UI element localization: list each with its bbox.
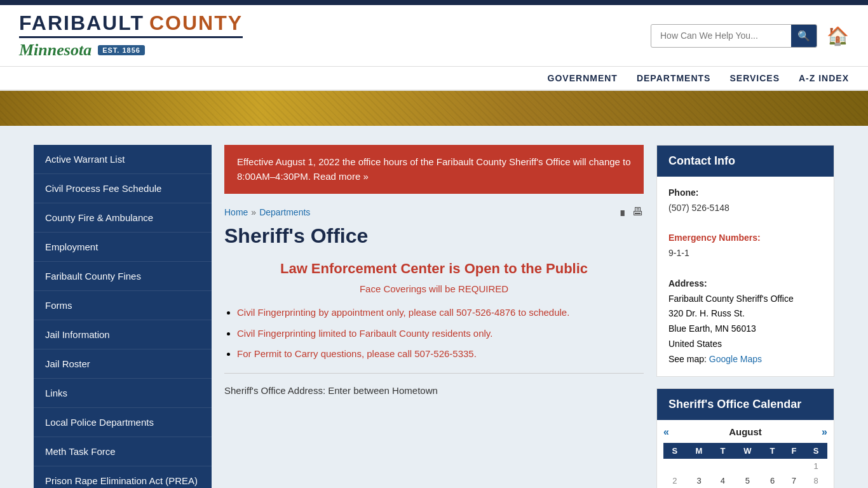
alert-banner: Effective August 1, 2022 the office hour…: [224, 145, 644, 194]
cal-cell[interactable]: 6: [762, 473, 783, 488]
bullet-link-3[interactable]: For Permit to Carry questions, please ca…: [237, 348, 477, 359]
bullet-list: Civil Fingerprinting by appointment only…: [224, 306, 644, 362]
calendar-month-nav: « August »: [663, 426, 827, 438]
address-note: Sheriff's Office Address: Enter between …: [224, 385, 644, 396]
calendar-prev[interactable]: «: [663, 426, 669, 438]
cal-cell[interactable]: 7: [783, 473, 804, 488]
calendar-month: August: [729, 426, 762, 437]
sidebar: Active Warrant List Civil Process Fee Sc…: [34, 145, 212, 488]
sidebar-item-links[interactable]: Links: [34, 379, 212, 408]
sidebar-item-forms[interactable]: Forms: [34, 291, 212, 320]
header: Faribault County Minnesota EST. 1856 🔍 🏠: [0, 5, 868, 67]
list-item: Civil Fingerprinting limited to Faribaul…: [237, 327, 644, 341]
address-label: Address:: [668, 278, 707, 288]
contact-address-label: Address:: [668, 276, 822, 292]
google-maps-link[interactable]: Google Maps: [709, 354, 762, 364]
section-title: Law Enforcement Center is Open to the Pu…: [224, 261, 644, 277]
phone-label: Phone:: [668, 187, 698, 198]
breadcrumb-home[interactable]: Home: [224, 207, 248, 217]
contact-card-body: Phone: (507) 526-5148 Emergency Numbers:…: [657, 177, 834, 376]
sidebar-item-meth-task[interactable]: Meth Task Force: [34, 437, 212, 466]
page-title: Sheriff's Office: [224, 224, 644, 248]
cal-day-m: M: [686, 443, 712, 459]
cal-cell[interactable]: 4: [712, 473, 733, 488]
cal-cell: [762, 459, 783, 473]
home-icon[interactable]: 🏠: [827, 25, 849, 46]
nav-services[interactable]: SERVICES: [729, 73, 780, 83]
contact-address-line2: 320 Dr. H. Russ St.: [668, 306, 822, 322]
logo-faribault: Faribault: [19, 11, 144, 35]
logo-est: EST. 1856: [98, 45, 145, 55]
search-box: 🔍: [651, 24, 817, 48]
right-panel: Contact Info Phone: (507) 526-5148 Emerg…: [656, 145, 834, 488]
list-item: For Permit to Carry questions, please ca…: [237, 347, 644, 362]
cal-cell: [733, 459, 761, 473]
calendar-body: « August » S M T W T F S: [657, 420, 834, 488]
calendar-table: S M T W T F S: [663, 443, 827, 488]
sidebar-item-county-fire[interactable]: County Fire & Ambulance: [34, 203, 212, 233]
sidebar-item-employment[interactable]: Employment: [34, 233, 212, 262]
list-item: Civil Fingerprinting by appointment only…: [237, 306, 644, 320]
search-icon: 🔍: [797, 30, 810, 42]
nav-bar: GOVERNMENT DEPARTMENTS SERVICES A-Z INDE…: [0, 67, 868, 91]
bullet-link-2[interactable]: Civil Fingerprinting limited to Faribaul…: [237, 328, 492, 339]
contact-phone: (507) 526-5148: [668, 201, 822, 216]
search-button[interactable]: 🔍: [791, 25, 817, 47]
sidebar-item-active-warrant[interactable]: Active Warrant List: [34, 145, 212, 174]
header-right: 🔍 🏠: [651, 24, 849, 48]
top-bar: [0, 0, 868, 5]
calendar-card: Sheriff's Office Calendar « August » S M…: [656, 388, 834, 488]
cal-cell: [712, 459, 733, 473]
breadcrumb-links: Home » Departments: [224, 207, 310, 217]
map-prefix: See map:: [668, 354, 707, 364]
cal-cell: [663, 459, 686, 473]
breadcrumb-current[interactable]: Departments: [259, 207, 310, 217]
nav-az-index[interactable]: A-Z INDEX: [799, 73, 849, 83]
cal-week-2: 2 3 4 5 6 7 8: [663, 473, 827, 488]
content-divider: [224, 373, 644, 374]
search-input[interactable]: [651, 25, 791, 46]
logo-top: Faribault County: [19, 11, 243, 35]
calendar-header: Sheriff's Office Calendar: [657, 389, 834, 420]
cal-week-1: 1: [663, 459, 827, 473]
cal-cell[interactable]: 2: [663, 473, 686, 488]
contact-address-line3: Blue Earth, MN 56013: [668, 322, 822, 337]
print-icon[interactable]: 🖶: [632, 205, 644, 219]
sidebar-item-prea[interactable]: Prison Rape Elimination Act (PREA) Infor…: [34, 466, 212, 488]
calendar-next[interactable]: »: [822, 426, 827, 438]
cal-day-t1: T: [712, 443, 733, 459]
breadcrumb: Home » Departments ∎ 🖶: [224, 205, 644, 219]
cal-cell[interactable]: 5: [733, 473, 761, 488]
logo-area: Faribault County Minnesota EST. 1856: [19, 11, 243, 60]
logo-county: County: [149, 11, 243, 35]
sidebar-item-jail-info[interactable]: Jail Information: [34, 320, 212, 349]
share-icon[interactable]: ∎: [619, 205, 626, 219]
emergency-label: Emergency Numbers:: [668, 233, 761, 243]
contact-address-line1: Faribault County Sheriff's Office: [668, 292, 822, 307]
contact-emergency-value: 9-1-1: [668, 246, 822, 261]
alert-text: Effective August 1, 2022 the office hour…: [237, 156, 631, 182]
sidebar-item-civil-process[interactable]: Civil Process Fee Schedule: [34, 174, 212, 203]
nav-government[interactable]: GOVERNMENT: [548, 73, 618, 83]
contact-phone-label: Phone:: [668, 186, 822, 201]
cal-day-s1: S: [663, 443, 686, 459]
sidebar-item-fines[interactable]: Faribault County Fines: [34, 262, 212, 291]
cal-cell[interactable]: 8: [804, 473, 827, 488]
contact-emergency-label: Emergency Numbers:: [668, 231, 822, 246]
cal-day-f: F: [783, 443, 804, 459]
breadcrumb-separator: »: [251, 207, 256, 217]
logo-bottom: Minnesota EST. 1856: [19, 41, 243, 60]
breadcrumb-actions: ∎ 🖶: [619, 205, 644, 219]
cal-cell[interactable]: 3: [686, 473, 712, 488]
cal-cell[interactable]: 1: [804, 459, 827, 473]
contact-card-header: Contact Info: [657, 146, 834, 177]
contact-map: See map: Google Maps: [668, 352, 822, 367]
nav-departments[interactable]: DEPARTMENTS: [637, 73, 711, 83]
cal-cell: [686, 459, 712, 473]
emergency-value: 9-1-1: [668, 248, 689, 258]
sidebar-item-jail-roster[interactable]: Jail Roster: [34, 349, 212, 379]
cal-day-t2: T: [762, 443, 783, 459]
sidebar-item-local-police[interactable]: Local Police Departments: [34, 408, 212, 437]
bullet-link-1[interactable]: Civil Fingerprinting by appointment only…: [237, 307, 569, 318]
cal-day-s2: S: [804, 443, 827, 459]
